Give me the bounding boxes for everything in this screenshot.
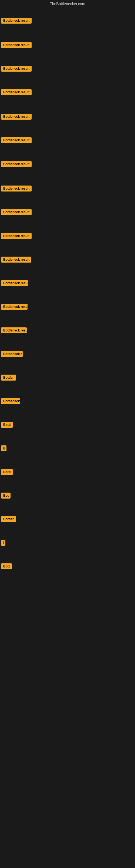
- bottleneck-result-12: Bottleneck resu: [1, 280, 28, 287]
- bottleneck-result-21: Bot: [1, 493, 10, 500]
- bottleneck-result-24: Bott: [1, 563, 12, 570]
- bottleneck-result-11: Bottleneck result: [1, 257, 31, 264]
- bottleneck-result-16: Bottler: [1, 375, 16, 382]
- bottleneck-result-18: Bottl: [1, 422, 13, 429]
- bottleneck-result-8: Bottleneck result: [1, 186, 32, 193]
- bottleneck-result-20: Bottl: [1, 469, 13, 476]
- bottleneck-badge-1: Bottleneck result: [1, 18, 32, 24]
- bottleneck-badge-21: Bot: [1, 493, 10, 499]
- bottleneck-result-17: Bottleneck: [1, 398, 20, 405]
- bottleneck-badge-3: Bottleneck result: [1, 66, 32, 72]
- bottleneck-badge-18: Bottl: [1, 422, 13, 428]
- bottleneck-badge-5: Bottleneck result: [1, 114, 32, 120]
- bottleneck-badge-24: Bott: [1, 563, 12, 569]
- site-title: TheBottlenecker.com: [0, 0, 135, 8]
- bottleneck-result-7: Bottleneck result: [1, 161, 32, 168]
- bottleneck-result-22: Bottlen: [1, 516, 16, 523]
- bottleneck-result-13: Bottleneck resu: [1, 304, 28, 311]
- bottleneck-badge-17: Bottleneck: [1, 398, 20, 404]
- bottleneck-badge-2: Bottleneck result: [1, 42, 32, 48]
- bottleneck-result-2: Bottleneck result: [1, 42, 32, 49]
- bottleneck-result-10: Bottleneck result: [1, 233, 32, 240]
- bottleneck-badge-16: Bottler: [1, 375, 16, 380]
- bottleneck-badge-8: Bottleneck result: [1, 186, 32, 191]
- bottleneck-result-19: B: [1, 445, 6, 453]
- bottleneck-result-14: Bottleneck resu: [1, 328, 27, 335]
- bottleneck-result-6: Bottleneck result: [1, 137, 32, 144]
- bottleneck-badge-7: Bottleneck result: [1, 161, 32, 167]
- bottleneck-badge-4: Bottleneck result: [1, 89, 32, 95]
- bottleneck-result-1: Bottleneck result: [1, 18, 32, 25]
- bottleneck-badge-9: Bottleneck result: [1, 209, 32, 215]
- bottleneck-badge-6: Bottleneck result: [1, 137, 32, 143]
- bottleneck-badge-13: Bottleneck resu: [1, 304, 28, 310]
- bottleneck-badge-19: B: [1, 445, 6, 452]
- bottleneck-badge-11: Bottleneck result: [1, 257, 31, 262]
- site-title-text: TheBottlenecker.com: [50, 2, 85, 6]
- bottleneck-badge-20: Bottl: [1, 469, 13, 475]
- bottleneck-badge-10: Bottleneck result: [1, 233, 32, 239]
- bottleneck-result-15: Bottleneck r: [1, 351, 23, 358]
- bottleneck-result-9: Bottleneck result: [1, 209, 32, 216]
- bottleneck-result-5: Bottleneck result: [1, 114, 32, 121]
- bottleneck-badge-22: Bottlen: [1, 516, 16, 522]
- bottleneck-result-3: Bottleneck result: [1, 66, 32, 73]
- bottleneck-result-23: I: [1, 540, 5, 547]
- bottleneck-result-4: Bottleneck result: [1, 89, 32, 96]
- bottleneck-badge-14: Bottleneck resu: [1, 328, 27, 333]
- bottleneck-badge-12: Bottleneck resu: [1, 280, 28, 286]
- bottleneck-badge-23: I: [1, 540, 5, 546]
- bottleneck-badge-15: Bottleneck r: [1, 351, 23, 357]
